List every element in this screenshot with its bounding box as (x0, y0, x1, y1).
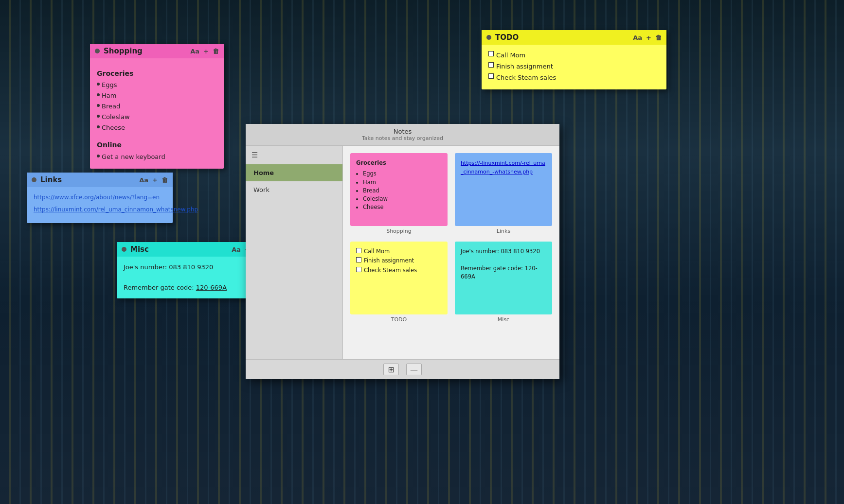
misc-font-button[interactable]: Aa (232, 246, 241, 253)
todo-item: Check Steam sales (488, 73, 660, 83)
shopping-add-button[interactable]: + (203, 48, 209, 55)
links-delete-button[interactable]: 🗑 (162, 176, 168, 184)
shopping-note-header: Shopping Aa + 🗑 (90, 44, 224, 58)
todo-sticky-note: TODO Aa + 🗑 Call Mom Finish assignment C… (482, 30, 666, 89)
links-note-title: Links (40, 175, 139, 184)
notes-main-content: Groceries Eggs Ham Bread Coleslaw Cheese… (343, 146, 559, 359)
app-title: Notes (251, 128, 555, 135)
todo-call-mom: Call Mom (496, 51, 525, 61)
link-xfce[interactable]: https://www.xfce.org/about/news/?lang=en (34, 193, 166, 202)
todo-note-header: TODO Aa + 🗑 (482, 30, 666, 45)
list-item: Eggs (363, 170, 442, 178)
todo-note-body: Call Mom Finish assignment Check Steam s… (482, 45, 666, 89)
notes-grid: Groceries Eggs Ham Bread Coleslaw Cheese… (343, 146, 559, 330)
list-item: Ham (363, 178, 442, 187)
links-sticky-note: Links Aa + 🗑 https://www.xfce.org/about/… (27, 173, 173, 223)
grid-note-todo-label: TODO (350, 316, 448, 323)
misc-note-header: Misc Aa + 🗑 (117, 242, 265, 257)
misc-sticky-note: Misc Aa + 🗑 Joe's number: 083 810 9320 R… (117, 242, 265, 298)
checkbox-check-steam[interactable] (488, 73, 494, 79)
app-sidebar: ☰ Home Work (246, 146, 343, 359)
links-note-header: Links Aa + 🗑 (27, 173, 173, 187)
grid-link[interactable]: https://-linuxmint.com/-rel_uma_cinnamon… (461, 160, 545, 175)
sidebar-item-work[interactable]: Work (246, 181, 342, 198)
shopping-online-header: Online (97, 139, 217, 150)
list-item: Cheese (363, 203, 442, 211)
todo-add-button[interactable]: + (646, 34, 651, 41)
todo-check-steam: Check Steam sales (496, 73, 556, 83)
shopping-delete-button[interactable]: 🗑 (213, 48, 219, 55)
app-subtitle: Take notes and stay organized (251, 135, 555, 141)
link-linuxmint[interactable]: https://linuxmint.com/rel_uma_cinnamon_w… (34, 205, 166, 214)
list-item: Bread (97, 102, 217, 112)
hamburger-menu-icon[interactable]: ☰ (246, 146, 342, 164)
bullet-icon (97, 115, 100, 118)
bullet-icon (97, 155, 100, 157)
item-keyboard: Get a new keyboard (102, 152, 165, 162)
bullet-icon (97, 125, 100, 128)
add-note-button[interactable]: ⊞ (383, 364, 399, 375)
list-item: Cheese (97, 123, 217, 133)
remove-note-button[interactable]: — (406, 364, 422, 375)
grid-note-shopping-label: Shopping (350, 228, 448, 234)
grid-note-shopping-title: Groceries (356, 159, 442, 167)
grid-note-wrapper-links: https://-linuxmint.com/-rel_uma_cinnamon… (455, 153, 552, 234)
grid-todo-item: Check Steam sales (356, 266, 442, 275)
list-item: Get a new keyboard (97, 152, 217, 162)
grid-note-wrapper-todo: Call Mom Finish assignment Check Steam s… (350, 242, 448, 323)
app-body: ☰ Home Work Groceries Eggs Ham Bread Col… (246, 146, 559, 359)
list-item: Coleslaw (363, 195, 442, 203)
grid-note-todo[interactable]: Call Mom Finish assignment Check Steam s… (350, 242, 448, 314)
grid-note-misc-label: Misc (455, 316, 552, 323)
item-ham: Ham (102, 91, 116, 101)
shopping-note-title: Shopping (104, 47, 190, 55)
misc-phone: Joe's number: 083 810 9320 (124, 262, 258, 273)
misc-note-body: Joe's number: 083 810 9320 Remember gate… (117, 257, 265, 298)
item-bread: Bread (102, 102, 120, 112)
links-dot-icon (32, 177, 36, 182)
todo-item: Finish assignment (488, 62, 660, 72)
grid-note-shopping[interactable]: Groceries Eggs Ham Bread Coleslaw Cheese (350, 153, 448, 226)
grid-todo-item: Finish assignment (356, 257, 442, 265)
grid-misc-gate: Remember gate code: 120-669A (461, 264, 546, 281)
misc-gate-text: Remember gate code: 120-669A (124, 283, 258, 293)
app-titlebar: Notes Take notes and stay organized (246, 124, 559, 146)
grid-checkbox-2[interactable] (356, 257, 361, 262)
shopping-groceries-header: Groceries (97, 68, 217, 79)
bullet-icon (97, 83, 100, 86)
grid-checkbox-1[interactable] (356, 248, 361, 253)
grid-note-wrapper-shopping: Groceries Eggs Ham Bread Coleslaw Cheese… (350, 153, 448, 234)
sidebar-item-home[interactable]: Home (246, 164, 342, 181)
grid-note-misc[interactable]: Joe's number: 083 810 9320 Remember gate… (455, 242, 552, 314)
todo-note-title: TODO (495, 33, 633, 42)
links-font-button[interactable]: Aa (139, 176, 148, 184)
todo-header-actions: Aa + 🗑 (633, 34, 662, 41)
checkbox-finish-assignment[interactable] (488, 62, 494, 68)
grid-todo-finish-assignment: Finish assignment (364, 257, 414, 265)
bullet-icon (97, 93, 100, 96)
todo-dot-icon (486, 35, 491, 40)
app-footer: ⊞ — (246, 359, 559, 379)
item-coleslaw: Coleslaw (102, 112, 130, 122)
links-add-button[interactable]: + (152, 176, 158, 184)
grid-note-links[interactable]: https://-linuxmint.com/-rel_uma_cinnamon… (455, 153, 552, 226)
list-item: Eggs (97, 80, 217, 90)
item-cheese: Cheese (102, 123, 125, 133)
grid-note-shopping-list: Eggs Ham Bread Coleslaw Cheese (356, 170, 442, 211)
grid-todo-item: Call Mom (356, 247, 442, 256)
list-item: Bread (363, 187, 442, 195)
list-item: Coleslaw (97, 112, 217, 122)
shopping-header-actions: Aa + 🗑 (190, 48, 219, 55)
links-header-actions: Aa + 🗑 (139, 176, 168, 184)
shopping-note-body: Groceries Eggs Ham Bread Coleslaw Cheese… (90, 58, 224, 169)
misc-note-title: Misc (130, 245, 232, 254)
todo-delete-button[interactable]: 🗑 (655, 34, 662, 41)
grid-todo-call-mom: Call Mom (364, 247, 390, 256)
notes-app-window: Notes Take notes and stay organized ☰ Ho… (246, 124, 559, 379)
todo-item: Call Mom (488, 51, 660, 61)
todo-font-button[interactable]: Aa (633, 34, 642, 41)
grid-checkbox-3[interactable] (356, 267, 361, 272)
shopping-font-button[interactable]: Aa (190, 48, 199, 55)
shopping-dot-icon (95, 49, 100, 53)
checkbox-call-mom[interactable] (488, 51, 494, 56)
